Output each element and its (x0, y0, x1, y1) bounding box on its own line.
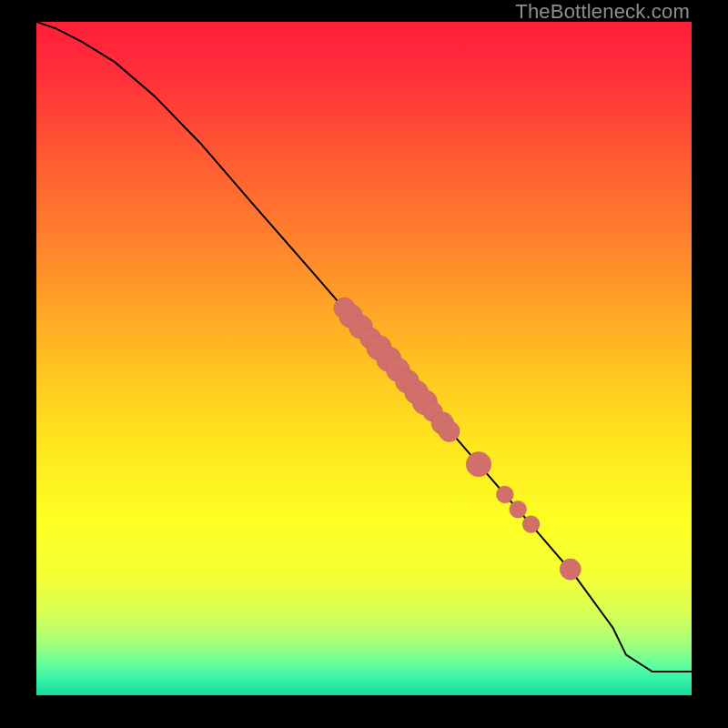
data-marker (522, 516, 540, 533)
data-marker (439, 420, 460, 441)
chart-stage: TheBottleneck.com (0, 0, 728, 728)
chart-svg (36, 22, 692, 695)
data-marker (560, 559, 581, 580)
data-marker (466, 452, 490, 477)
gradient-background (36, 22, 692, 695)
watermark-text: TheBottleneck.com (515, 0, 690, 24)
data-marker (496, 486, 513, 503)
data-marker (510, 500, 527, 518)
plot-area (36, 22, 692, 695)
